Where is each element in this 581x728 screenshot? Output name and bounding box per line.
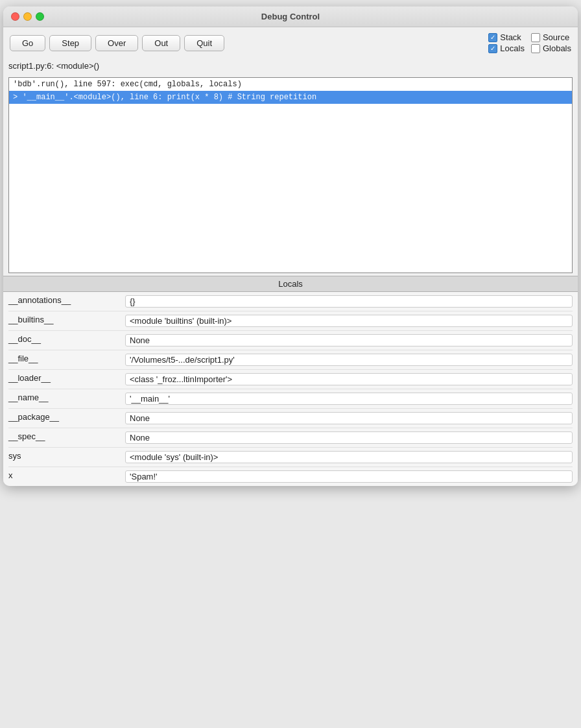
traffic-lights (11, 12, 44, 21)
locals-row-loader: __loader__ <class '_froz...ltinImporter'… (8, 370, 573, 389)
locals-value-file: '/Volumes/t5-...de/script1.py' (125, 354, 573, 366)
title-bar: Debug Control (3, 6, 578, 27)
source-checkbox-label: Source (543, 32, 569, 42)
maximize-button[interactable] (36, 12, 44, 21)
source-checkbox-icon[interactable] (531, 33, 540, 42)
locals-value-x: 'Spam!' (125, 470, 573, 483)
step-button[interactable]: Step (49, 35, 91, 51)
stack-spacer (9, 104, 572, 273)
locals-key-file: __file__ (8, 354, 125, 363)
globals-checkbox-icon[interactable] (531, 44, 540, 53)
over-button[interactable]: Over (95, 35, 138, 51)
checkboxes-panel: ✓ Stack Source ✓ Locals Globals (488, 32, 571, 53)
locals-value-sys: <module 'sys' (built-in)> (125, 451, 573, 463)
stack-item-2[interactable]: > '__main__'.<module>(), line 6: print(x… (9, 91, 572, 104)
quit-button[interactable]: Quit (184, 35, 224, 51)
minimize-button[interactable] (23, 12, 32, 21)
locals-value-spec: None (125, 431, 573, 444)
locals-row-x: x 'Spam!' (8, 467, 573, 486)
stack-item-1[interactable]: 'bdb'.run(), line 597: exec(cmd, globals… (9, 78, 572, 91)
locals-key-doc: __doc__ (8, 334, 125, 344)
stack-checkbox-label: Stack (500, 32, 521, 42)
locals-row-name: __name__ '__main__' (8, 389, 573, 409)
locals-row-file: __file__ '/Volumes/t5-...de/script1.py' (8, 350, 573, 370)
locals-header: Locals (3, 276, 578, 292)
source-checkbox-row[interactable]: Source (531, 32, 571, 42)
go-button[interactable]: Go (10, 35, 45, 51)
window-title: Debug Control (261, 12, 320, 21)
status-text: script1.py:6: <module>() (8, 61, 99, 71)
locals-value-loader: <class '_froz...ltinImporter'> (125, 373, 573, 385)
stack-checkbox-icon[interactable]: ✓ (488, 33, 497, 42)
globals-checkbox-label: Globals (543, 43, 571, 53)
status-bar: script1.py:6: <module>() (3, 58, 578, 75)
toolbar: Go Step Over Out Quit ✓ Stack Source ✓ L… (3, 27, 578, 58)
locals-key-loader: __loader__ (8, 373, 125, 383)
locals-value-annotations: {} (125, 295, 573, 308)
locals-checkbox-label: Locals (500, 43, 525, 53)
locals-header-label: Locals (278, 279, 303, 289)
locals-row-builtins: __builtins__ <module 'builtins' (built-i… (8, 311, 573, 331)
locals-key-package: __package__ (8, 412, 125, 422)
locals-row-sys: sys <module 'sys' (built-in)> (8, 448, 573, 467)
stack-panel[interactable]: 'bdb'.run(), line 597: exec(cmd, globals… (8, 77, 573, 273)
locals-checkbox-row[interactable]: ✓ Locals (488, 43, 525, 53)
locals-checkbox-icon[interactable]: ✓ (488, 44, 497, 53)
locals-value-name: '__main__' (125, 393, 573, 405)
toolbar-buttons: Go Step Over Out Quit (10, 35, 224, 51)
close-button[interactable] (11, 12, 19, 21)
locals-key-spec: __spec__ (8, 431, 125, 441)
debug-control-window: Debug Control Go Step Over Out Quit ✓ St… (3, 6, 578, 486)
locals-value-package: None (125, 412, 573, 424)
locals-key-name: __name__ (8, 393, 125, 402)
locals-key-annotations: __annotations__ (8, 295, 125, 305)
stack-checkbox-row[interactable]: ✓ Stack (488, 32, 525, 42)
locals-key-builtins: __builtins__ (8, 315, 125, 324)
locals-table: __annotations__ {} __builtins__ <module … (3, 292, 578, 486)
locals-row-package: __package__ None (8, 409, 573, 428)
globals-checkbox-row[interactable]: Globals (531, 43, 571, 53)
locals-row-doc: __doc__ None (8, 331, 573, 350)
locals-key-sys: sys (8, 451, 125, 461)
locals-value-builtins: <module 'builtins' (built-in)> (125, 315, 573, 327)
locals-value-doc: None (125, 334, 573, 346)
locals-row-annotations: __annotations__ {} (8, 292, 573, 311)
out-button[interactable]: Out (142, 35, 180, 51)
locals-key-x: x (8, 470, 125, 480)
locals-row-spec: __spec__ None (8, 428, 573, 448)
